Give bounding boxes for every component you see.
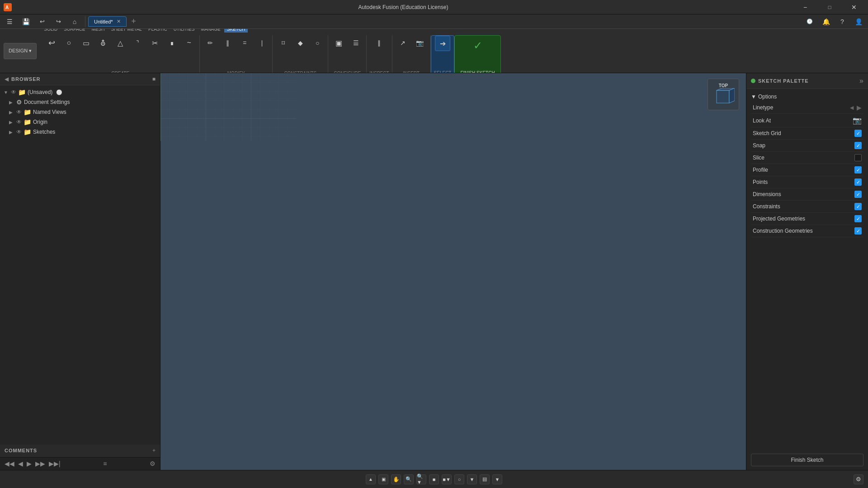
triangle-tool[interactable]: △ (113, 35, 128, 51)
tab-sketch[interactable]: SKETCH (224, 29, 248, 33)
design-dropdown[interactable]: DESIGN ▾ (4, 43, 37, 59)
palette-expand-icon[interactable]: » (859, 77, 863, 85)
insert-2[interactable]: 📷 (412, 35, 428, 51)
timeline-icon[interactable]: ≡ (103, 460, 107, 467)
display-mode-icon[interactable]: ■ (429, 474, 439, 484)
equal-tool[interactable]: = (237, 35, 252, 51)
zoom-icon[interactable]: 🔍 (404, 474, 414, 484)
doc-tab[interactable]: Untitled* ✕ (88, 16, 127, 27)
home-icon[interactable]: ⌂ (67, 14, 82, 29)
playback-end-icon[interactable]: ▶▶| (49, 460, 61, 467)
account-icon[interactable]: 👤 (851, 14, 866, 29)
stats-icon[interactable]: ▤ (480, 474, 490, 484)
comments-add-icon[interactable]: + (152, 447, 156, 454)
break-tool[interactable]: ∣ (254, 35, 269, 51)
help-icon[interactable]: ? (835, 14, 850, 29)
eye-icon-named-views[interactable]: 👁 (16, 109, 22, 115)
offset-tool[interactable]: ∎ (164, 35, 179, 51)
eye-icon-sketches[interactable]: 👁 (16, 129, 22, 135)
snap-checkbox[interactable] (854, 142, 862, 149)
constraints-checkbox[interactable] (854, 203, 862, 210)
svg-rect-27 (717, 90, 729, 103)
zoom-dropdown[interactable]: 🔍▼ (416, 474, 426, 484)
option-constraints: Constraints (751, 201, 863, 213)
eye-icon-origin[interactable]: 👁 (16, 119, 22, 125)
maximize-button[interactable]: □ (819, 0, 840, 14)
new-tab-button[interactable]: + (127, 15, 140, 28)
constraint-3[interactable]: ○ (310, 35, 325, 51)
rectangle-tool[interactable]: ▭ (78, 35, 94, 51)
configure-1[interactable]: ▣ (331, 35, 346, 51)
profile-checkbox[interactable] (854, 166, 862, 174)
settings-icon[interactable]: ⚙ (854, 474, 863, 484)
line-tool[interactable]: ↩ (44, 35, 59, 51)
points-checkbox[interactable] (854, 178, 862, 186)
spline-tool[interactable]: ~ (181, 35, 197, 51)
notification-icon[interactable]: 🔔 (818, 14, 834, 29)
slice-label: Slice (753, 155, 764, 161)
display-dropdown[interactable]: ■▼ (442, 474, 452, 484)
canvas[interactable]: 250 500 500 750 1000 Y (160, 73, 746, 470)
doc-tab-close-icon[interactable]: ✕ (117, 19, 121, 24)
fillet-tool[interactable]: ⌝ (130, 35, 145, 51)
quick-access-icon[interactable]: ☰ (2, 14, 17, 29)
render-mode-icon[interactable]: ○ (454, 474, 464, 484)
constraint-1[interactable]: ⌑ (275, 35, 291, 51)
insert-1[interactable]: ↗ (395, 35, 410, 51)
trim-tool[interactable]: ✏ (203, 35, 218, 51)
inspect-1[interactable]: ∥ (372, 35, 387, 51)
close-button[interactable]: ✕ (844, 0, 864, 14)
sketch-grid-checkbox[interactable] (854, 130, 862, 137)
finish-sketch-button[interactable]: Finish Sketch (751, 454, 863, 466)
render-dropdown[interactable]: ▼ (467, 474, 477, 484)
extend-tool[interactable]: ∥ (220, 35, 235, 51)
tab-solid[interactable]: SOLID (41, 29, 60, 33)
tab-manage[interactable]: MANAGE (198, 29, 223, 33)
browser-collapse-icon[interactable]: ◀ (5, 76, 9, 82)
tab-mesh[interactable]: MESH (89, 29, 107, 33)
tree-item-sketches[interactable]: ▶ 👁 📁 Sketches (0, 127, 160, 137)
minimize-button[interactable]: − (795, 0, 816, 14)
dimensions-checkbox[interactable] (854, 191, 862, 198)
job-status-icon[interactable]: 🕑 (802, 14, 817, 29)
undo-icon[interactable]: ↩ (34, 14, 50, 29)
configure-2[interactable]: ☰ (348, 35, 363, 51)
tab-surface[interactable]: SURFACE (61, 29, 88, 33)
projected-geometries-checkbox[interactable] (854, 215, 862, 222)
linetype-next-icon[interactable]: ▶ (857, 104, 862, 111)
playback-start-icon[interactable]: ◀◀ (5, 460, 14, 467)
view-cube[interactable]: TOP (708, 79, 739, 110)
tab-plastic[interactable]: PLASTIC (146, 29, 170, 33)
linetype-prev-icon[interactable]: ◄ (849, 104, 855, 111)
look-at-camera-icon[interactable]: 📷 (853, 116, 862, 125)
playback-prev-icon[interactable]: ◀ (18, 460, 23, 467)
pan-icon[interactable]: ✋ (391, 474, 401, 484)
settings-icon-statusbar[interactable]: ⚙ (150, 460, 156, 467)
arc-tool[interactable]: ⛢ (95, 35, 111, 51)
tab-utilities[interactable]: UTILITIES (171, 29, 198, 33)
modify-label: MODIFY (227, 71, 245, 73)
select-cursor[interactable]: ➔ (435, 36, 450, 51)
tree-item-origin[interactable]: ▶ 👁 📁 Origin (0, 117, 160, 127)
save-icon[interactable]: 💾 (18, 14, 33, 29)
constraint-2[interactable]: ◆ (292, 35, 308, 51)
grid-status-icon[interactable]: ▣ (378, 474, 388, 484)
stats-dropdown[interactable]: ▼ (492, 474, 502, 484)
redo-icon[interactable]: ↪ (51, 14, 66, 29)
browser-pin-icon[interactable]: ■ (152, 76, 156, 82)
tree-item-doc-settings[interactable]: ▶ ⚙ Document Settings (0, 97, 160, 107)
circle-tool[interactable]: ○ (61, 35, 76, 51)
finish-sketch-check[interactable]: ✓ (468, 36, 488, 56)
eye-icon-root[interactable]: 👁 (11, 89, 16, 95)
snap-status-icon[interactable]: ▲ (366, 474, 376, 484)
slice-checkbox[interactable] (854, 154, 862, 161)
construction-geometries-checkbox[interactable] (854, 227, 862, 235)
tab-sheet-metal[interactable]: SHEET METAL (108, 29, 145, 33)
playback-play-icon[interactable]: ▶ (27, 460, 32, 467)
playback-next-icon[interactable]: ▶▶ (35, 460, 45, 467)
scissors-tool[interactable]: ✂ (147, 35, 162, 51)
options-section-header[interactable]: ▼ Options (751, 91, 863, 102)
option-projected-geometries: Projected Geometries (751, 213, 863, 225)
tree-item-root[interactable]: ▼ 👁 📁 (Unsaved) ⚪ (0, 87, 160, 97)
tree-item-named-views[interactable]: ▶ 👁 📁 Named Views (0, 107, 160, 117)
